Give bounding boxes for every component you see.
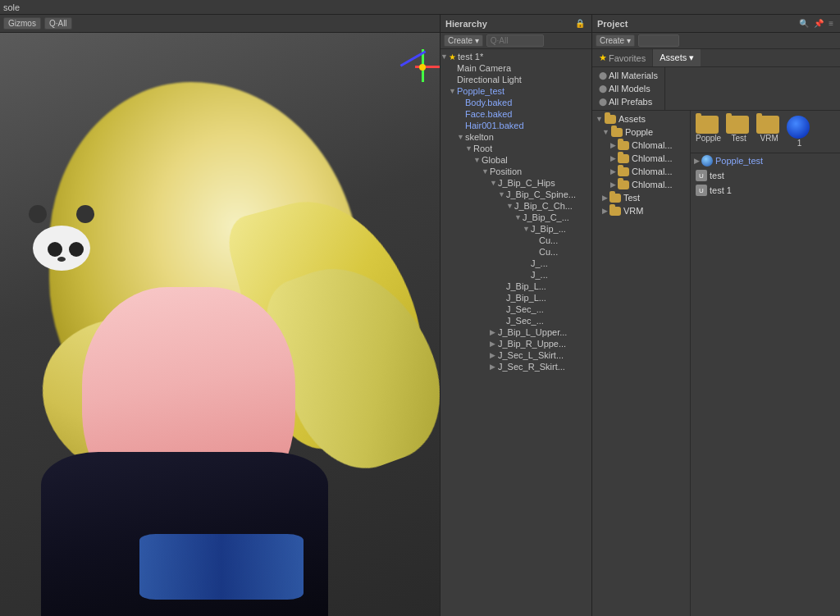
- folder-chlomal-3-label: Chlomal...: [632, 167, 673, 176]
- tree-label-position: Position: [490, 167, 522, 176]
- tree-item-j-sec-l-skirt[interactable]: ▶ J_Sec_L_Skirt...: [441, 349, 591, 361]
- asset-folder-popple[interactable]: Popple: [694, 114, 723, 149]
- panda-ear-left: [29, 205, 47, 223]
- tree-item-j-sec-l1[interactable]: J_Sec_...: [441, 303, 591, 315]
- tree-item-body-baked[interactable]: Body.baked: [441, 97, 591, 108]
- project-search-input[interactable]: [638, 34, 679, 47]
- panda-face: [33, 226, 90, 271]
- tree-item-j-bip-l1[interactable]: J_Bip_L...: [441, 281, 591, 292]
- folder-assets[interactable]: ▼ Assets: [592, 112, 690, 125]
- tree-item-popple-test[interactable]: ▼ Popple_test: [441, 85, 591, 97]
- expand-icon: ▼: [596, 115, 603, 123]
- project-tab-bar: ★ Favorites Assets ▾: [592, 49, 840, 67]
- tab-favorites[interactable]: ★ Favorites: [592, 49, 653, 66]
- tree-arrow: ▶: [490, 340, 498, 348]
- tree-item-j-bip-c-spine[interactable]: ▼ J_Bip_C_Spine...: [441, 189, 591, 200]
- hierarchy-toolbar: Create ▾: [441, 33, 591, 49]
- project-lock-btn[interactable]: 📌: [812, 19, 825, 28]
- folder-chlomal-4-icon: [618, 180, 629, 189]
- folder-test-label: Test: [623, 193, 640, 203]
- panda-ear-right: [76, 205, 94, 223]
- asset-item-1[interactable]: 1: [785, 114, 814, 149]
- hierarchy-lock-btn[interactable]: 🔒: [573, 19, 587, 28]
- tree-label-test1: test 1*: [458, 52, 483, 62]
- tree-item-global[interactable]: ▼ Global: [441, 154, 591, 166]
- folder-chlomal-1[interactable]: ▶ Chlomal...: [592, 139, 690, 152]
- hierarchy-search-input[interactable]: [486, 34, 544, 47]
- asset-vrm-icon: [756, 116, 779, 134]
- asset-popple-icon: [696, 116, 719, 134]
- all-filter-button[interactable]: Q·All: [44, 17, 72, 30]
- asset-popple-test-label: Popple_test: [715, 156, 763, 166]
- folder-popple-icon: [611, 128, 623, 137]
- tree-item-hair-baked[interactable]: Hair001.baked: [441, 120, 591, 131]
- project-content: ▼ Assets ▼ Popple ▶: [592, 111, 840, 616]
- tree-label-cu1: Cu...: [539, 235, 558, 245]
- tree-arrow: ▼: [523, 225, 531, 233]
- tree-item-j-bip-r-upper[interactable]: ▶ J_Bip_R_Uppe...: [441, 338, 591, 349]
- fav-all-materials[interactable]: ⬤ All Materials: [596, 69, 661, 82]
- project-toolbar: Create ▾: [592, 33, 840, 49]
- tree-item-skelton[interactable]: ▼ skelton: [441, 131, 591, 143]
- asset-folder-vrm[interactable]: VRM: [755, 114, 783, 149]
- tree-item-position[interactable]: ▼ Position: [441, 166, 591, 177]
- tree-item-j-bip-l-upper[interactable]: ▶ J_Bip_L_Upper...: [441, 326, 591, 338]
- tab-assets[interactable]: Assets ▾: [653, 49, 701, 66]
- tree-label-body-baked: Body.baked: [465, 98, 512, 107]
- prefab-icon: [701, 155, 713, 167]
- hierarchy-controls: 🔒: [573, 19, 587, 28]
- tree-item-j-bip-g[interactable]: ▼ J_Bip_...: [441, 223, 591, 235]
- folder-assets-icon: [605, 115, 616, 124]
- tree-item-j-u1[interactable]: J_...: [441, 258, 591, 269]
- tree-item-directional-light[interactable]: Directional Light: [441, 74, 591, 85]
- folder-vrm[interactable]: ▶ VRM: [592, 204, 690, 217]
- tree-item-cu2[interactable]: Cu...: [441, 246, 591, 258]
- tree-label-j-bip-g: J_Bip_...: [531, 224, 566, 234]
- tree-item-test1[interactable]: ▼ ★ test 1*: [441, 51, 591, 62]
- folder-chlomal-4[interactable]: ▶ Chlomal...: [592, 178, 690, 191]
- project-menu-btn[interactable]: ≡: [827, 19, 835, 28]
- tree-label-face-baked: Face.baked: [465, 109, 512, 119]
- tree-label-j-sec-l1: J_Sec_...: [506, 304, 544, 314]
- tree-item-j-sec-r-skirt[interactable]: ▶ J_Sec_R_Skirt...: [441, 361, 591, 372]
- character-body: [41, 452, 328, 616]
- asset-test-icon: [726, 116, 749, 134]
- tree-item-j-u2[interactable]: J_...: [441, 269, 591, 281]
- asset-popple-test-file[interactable]: ▶ Popple_test: [691, 153, 840, 168]
- tree-item-face-baked[interactable]: Face.baked: [441, 108, 591, 120]
- tree-item-main-camera[interactable]: Main Camera: [441, 62, 591, 74]
- project-search-icon[interactable]: 🔍: [797, 19, 810, 28]
- tree-item-root[interactable]: ▼ Root: [441, 143, 591, 154]
- model-icon: ⬤: [599, 84, 607, 93]
- tree-item-j-bip-l2[interactable]: J_Bip_L...: [441, 292, 591, 303]
- expand-icon: ▶: [610, 154, 616, 162]
- tree-item-cu1[interactable]: Cu...: [441, 235, 591, 246]
- folder-chlomal-2[interactable]: ▶ Chlomal...: [592, 152, 690, 165]
- gizmos-button[interactable]: Gizmos: [3, 17, 41, 30]
- tree-item-j-sec-l2[interactable]: J_Sec_...: [441, 315, 591, 326]
- tree-label-main-camera: Main Camera: [457, 63, 511, 73]
- asset-folder-test[interactable]: Test: [724, 114, 753, 149]
- fav-all-models[interactable]: ⬤ All Models: [596, 82, 661, 95]
- tree-item-j-bip-c-hips[interactable]: ▼ J_Bip_C_Hips: [441, 177, 591, 189]
- folder-chlomal-3[interactable]: ▶ Chlomal...: [592, 165, 690, 178]
- asset-top-row: Popple Test VRM: [691, 112, 840, 151]
- fav-all-models-label: All Models: [609, 84, 651, 94]
- folder-test[interactable]: ▶ Test: [592, 191, 690, 204]
- folder-chlomal-2-icon: [618, 154, 629, 163]
- tree-label-j-u1: J_...: [531, 258, 548, 268]
- hierarchy-create-btn[interactable]: Create ▾: [444, 34, 483, 47]
- tree-item-j-bip-c-ch[interactable]: ▼ J_Bip_C_Ch...: [441, 200, 591, 212]
- project-create-btn[interactable]: Create ▾: [596, 34, 635, 47]
- tree-item-j-bip-c-n[interactable]: ▼ J_Bip_C_...: [441, 212, 591, 223]
- panda-eye-right: [69, 242, 84, 257]
- panda-accessory: [25, 213, 98, 279]
- fav-all-prefabs[interactable]: ⬤ All Prefabs: [596, 95, 661, 108]
- tree-arrow: ▼: [490, 179, 498, 187]
- folder-popple[interactable]: ▼ Popple: [592, 125, 690, 139]
- asset-test-file[interactable]: U test: [691, 168, 840, 183]
- panels-top-row: Hierarchy 🔒 Create ▾ ▼ ★ test 1*: [441, 15, 840, 616]
- asset-vrm-label: VRM: [760, 134, 778, 143]
- asset-test1-file[interactable]: U test 1: [691, 183, 840, 198]
- clothes-accent: [139, 534, 304, 600]
